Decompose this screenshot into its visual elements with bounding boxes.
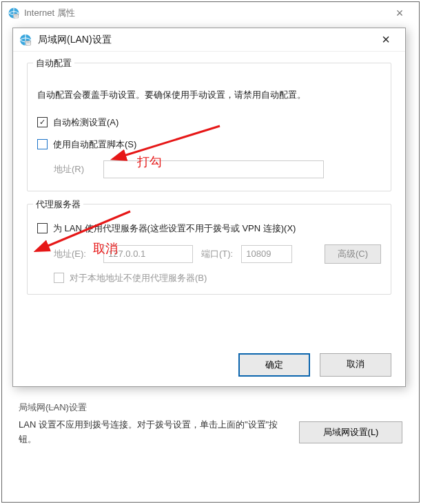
auto-detect-row: ✓ 自动检测设置(A) [37,116,381,129]
parent-close-button[interactable]: × [386,6,413,21]
use-script-label: 使用自动配置脚本(S) [53,138,136,151]
cancel-button[interactable]: 取消 [320,353,391,377]
dialog-titlebar: 局域网(LAN)设置 × [13,28,405,52]
bypass-local-row: 对于本地地址不使用代理服务器(B) [54,272,381,284]
internet-options-icon [8,7,20,19]
use-proxy-row: 为 LAN 使用代理服务器(这些设置不用于拨号或 VPN 连接)(X) [37,222,381,235]
parent-titlebar: Internet 属性 × [2,2,419,24]
advanced-button[interactable]: 高级(C) [325,244,381,264]
dialog-footer: 确定 取消 [238,353,391,377]
auto-detect-label: 自动检测设置(A) [53,116,119,129]
use-proxy-label: 为 LAN 使用代理服务器(这些设置不用于拨号或 VPN 连接)(X) [53,222,296,235]
ok-button[interactable]: 确定 [238,353,310,377]
auto-config-desc: 自动配置会覆盖手动设置。要确保使用手动设置，请禁用自动配置。 [37,88,381,103]
proxy-address-label: 地址(E): [54,248,95,260]
bypass-local-checkbox[interactable] [54,273,64,283]
parent-window-title: Internet 属性 [24,7,386,19]
lan-section-desc: LAN 设置不应用到拨号连接。对于拨号设置，单击上面的"设置"按钮。 [19,418,288,447]
dialog-body: 自动配置 自动配置会覆盖手动设置。要确保使用手动设置，请禁用自动配置。 ✓ 自动… [13,52,405,386]
proxy-port-label: 端口(T): [201,248,233,260]
lan-settings-button[interactable]: 局域网设置(L) [299,421,402,443]
proxy-port-input[interactable] [241,245,292,263]
auto-config-legend: 自动配置 [33,57,74,70]
dialog-close-button[interactable]: × [372,32,400,48]
lan-section-title: 局域网(LAN)设置 [19,401,402,414]
proxy-legend: 代理服务器 [33,198,83,211]
script-address-label: 地址(R) [54,163,95,176]
dialog-title: 局域网(LAN)设置 [38,34,372,46]
auto-detect-checkbox[interactable]: ✓ [37,117,48,127]
proxy-address-input[interactable] [103,245,193,263]
use-script-row: 使用自动配置脚本(S) [37,138,381,151]
script-address-input[interactable] [103,160,324,178]
proxy-group: 代理服务器 为 LAN 使用代理服务器(这些设置不用于拨号或 VPN 连接)(X… [27,204,391,295]
lan-globe-icon [19,33,32,47]
bypass-local-label: 对于本地地址不使用代理服务器(B) [70,272,207,284]
use-script-checkbox[interactable] [37,139,48,149]
script-address-row: 地址(R) [54,160,381,178]
lan-settings-dialog: 局域网(LAN)设置 × 自动配置 自动配置会覆盖手动设置。要确保使用手动设置，… [12,28,406,387]
proxy-address-row: 地址(E): 端口(T): 高级(C) [54,244,381,264]
use-proxy-checkbox[interactable] [37,223,48,233]
lan-settings-section: 局域网(LAN)设置 LAN 设置不应用到拨号连接。对于拨号设置，单击上面的"设… [19,401,402,447]
auto-config-group: 自动配置 自动配置会覆盖手动设置。要确保使用手动设置，请禁用自动配置。 ✓ 自动… [27,63,391,191]
